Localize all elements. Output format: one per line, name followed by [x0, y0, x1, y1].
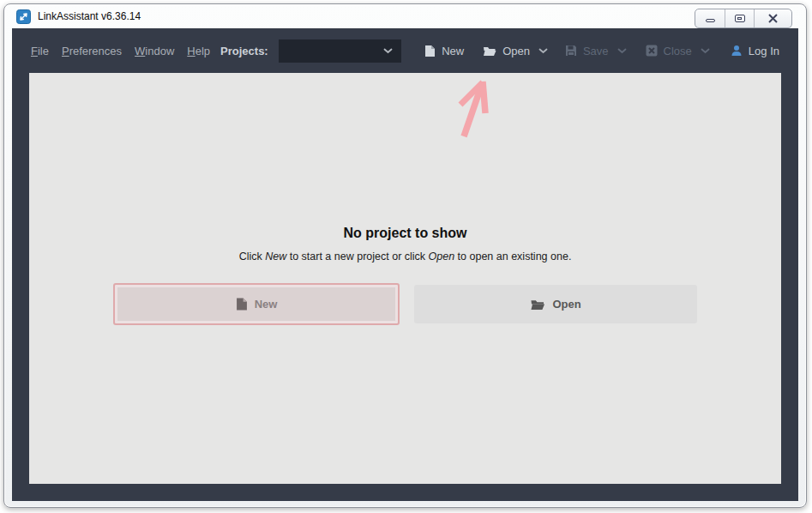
document-icon	[424, 45, 436, 57]
empty-state-subtitle: Click New to start a new project or clic…	[29, 250, 781, 263]
chevron-down-icon	[383, 48, 393, 54]
open-dropdown-chevron[interactable]	[538, 48, 548, 54]
maximize-button[interactable]	[725, 9, 754, 27]
maximize-icon	[735, 15, 745, 22]
menu-window[interactable]: Window	[135, 45, 174, 57]
new-project-button[interactable]: New	[113, 283, 400, 325]
folder-open-icon	[530, 299, 545, 311]
close-icon	[767, 14, 779, 23]
empty-state-buttons: New Open	[29, 283, 781, 325]
close-project-toolbar-button[interactable]: Close	[646, 45, 692, 57]
app-logo-icon	[16, 9, 31, 24]
empty-state-title: No project to show	[29, 226, 781, 241]
project-content-area: No project to show Click New to start a …	[29, 73, 781, 484]
chevron-down-icon	[701, 48, 710, 54]
open-project-button[interactable]: Open	[414, 285, 697, 323]
save-dropdown-chevron[interactable]	[617, 48, 627, 54]
document-icon	[236, 297, 248, 311]
minimize-button[interactable]	[695, 9, 725, 27]
chevron-down-icon	[538, 48, 548, 54]
folder-open-icon	[483, 45, 496, 57]
window-title: LinkAssistant v6.36.14	[38, 10, 141, 22]
new-toolbar-button[interactable]: New	[424, 45, 464, 57]
app-window: LinkAssistant v6.36.14 File Preferences …	[3, 3, 807, 508]
menu-preferences[interactable]: Preferences	[62, 45, 122, 57]
menu-help[interactable]: Help	[187, 45, 210, 57]
menu-file[interactable]: File	[31, 45, 49, 57]
projects-label: Projects:	[220, 45, 268, 57]
window-controls	[695, 9, 792, 28]
chevron-down-icon	[617, 48, 627, 54]
x-square-icon	[646, 45, 658, 57]
minimize-icon	[706, 19, 715, 22]
login-toolbar-button[interactable]: Log In	[731, 45, 779, 57]
projects-dropdown[interactable]	[279, 39, 401, 63]
toolbar: File Preferences Window Help Projects: N…	[12, 28, 798, 73]
titlebar: LinkAssistant v6.36.14	[4, 4, 806, 28]
open-toolbar-button[interactable]: Open	[483, 45, 530, 57]
floppy-disk-icon	[565, 45, 577, 57]
close-window-button[interactable]	[754, 9, 791, 27]
close-dropdown-chevron[interactable]	[701, 48, 710, 54]
save-toolbar-button[interactable]: Save	[565, 45, 609, 57]
person-icon	[731, 45, 743, 57]
app-panel: File Preferences Window Help Projects: N…	[12, 28, 798, 501]
